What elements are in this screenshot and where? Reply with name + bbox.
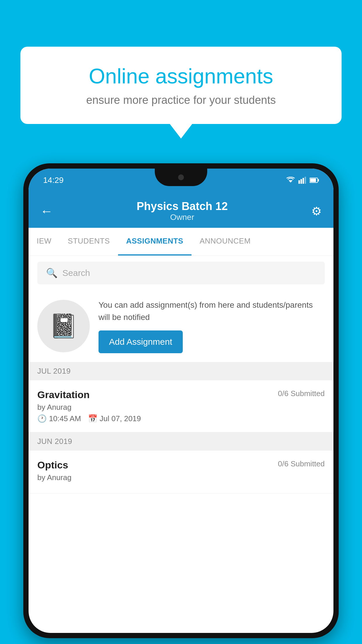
assignment-by: by Anurag [37,473,325,482]
assignment-name: Gravitation [37,389,89,400]
phone-inner: 14:29 [29,169,333,633]
status-bar: 14:29 [29,169,333,192]
header-center: Physics Batch 12 Owner [137,200,228,222]
status-icons [286,177,319,184]
assignment-by: by Anurag [37,403,325,412]
svg-rect-7 [310,178,316,182]
status-time: 14:29 [43,176,64,185]
app-header: ← Physics Batch 12 Owner ⚙ [29,192,333,228]
speech-bubble-container: Online assignments ensure more practice … [20,47,342,124]
phone-notch-bump [155,169,207,186]
assignment-row1: Optics 0/6 Submitted [37,459,325,471]
svg-rect-4 [305,177,306,184]
search-bar[interactable]: 🔍 Search [37,262,325,284]
svg-rect-6 [318,179,319,181]
assignment-icon-circle: 📓 [37,300,90,352]
calendar-icon: 📅 [88,414,97,423]
notebook-icon: 📓 [49,312,78,340]
svg-rect-3 [303,178,304,184]
tab-assignments[interactable]: ASSIGNMENTS [118,228,191,256]
bubble-subtitle: ensure more practice for your students [41,94,321,106]
assignment-date: 📅 Jul 07, 2019 [88,414,141,423]
date-value: Jul 07, 2019 [100,414,141,423]
assignment-item-gravitation[interactable]: Gravitation 0/6 Submitted by Anurag 🕐 10… [29,380,333,432]
assignment-time: 🕐 10:45 AM [37,414,81,423]
phone-frame: 14:29 [23,163,339,638]
svg-rect-2 [301,179,302,184]
svg-rect-1 [298,180,300,184]
tab-iew[interactable]: IEW [29,228,60,256]
info-text-area: You can add assignment(s) from here and … [99,299,325,353]
settings-button[interactable]: ⚙ [311,204,322,218]
info-description: You can add assignment(s) from here and … [99,299,325,323]
header-subtitle: Owner [137,213,228,222]
camera [178,174,184,180]
back-button[interactable]: ← [40,204,53,218]
add-assignment-button[interactable]: Add Assignment [99,330,183,353]
header-title: Physics Batch 12 [137,200,228,213]
tabs-bar: IEW STUDENTS ASSIGNMENTS ANNOUNCEM [29,228,333,256]
assignment-item-optics[interactable]: Optics 0/6 Submitted by Anurag [29,451,333,494]
section-jul-2019: JUL 2019 [29,362,333,380]
wifi-icon [286,177,295,184]
battery-icon [310,177,319,183]
tab-students[interactable]: STUDENTS [60,228,118,256]
assignment-name: Optics [37,459,68,471]
info-section: 📓 You can add assignment(s) from here an… [29,290,333,362]
svg-marker-0 [289,180,293,183]
tab-announcements[interactable]: ANNOUNCEM [191,228,259,256]
clock-icon: 🕐 [37,414,47,423]
assignment-submitted: 0/6 Submitted [278,459,325,468]
assignment-meta: 🕐 10:45 AM 📅 Jul 07, 2019 [37,414,325,423]
time-value: 10:45 AM [49,414,81,423]
speech-bubble: Online assignments ensure more practice … [20,47,342,124]
bubble-title: Online assignments [41,64,321,88]
search-icon: 🔍 [46,267,58,279]
search-container: 🔍 Search [29,256,333,290]
search-input[interactable]: Search [62,268,90,278]
assignment-submitted: 0/6 Submitted [278,389,325,398]
signal-icon [298,177,306,184]
section-jun-2019: JUN 2019 [29,432,333,451]
assignment-row1: Gravitation 0/6 Submitted [37,389,325,400]
